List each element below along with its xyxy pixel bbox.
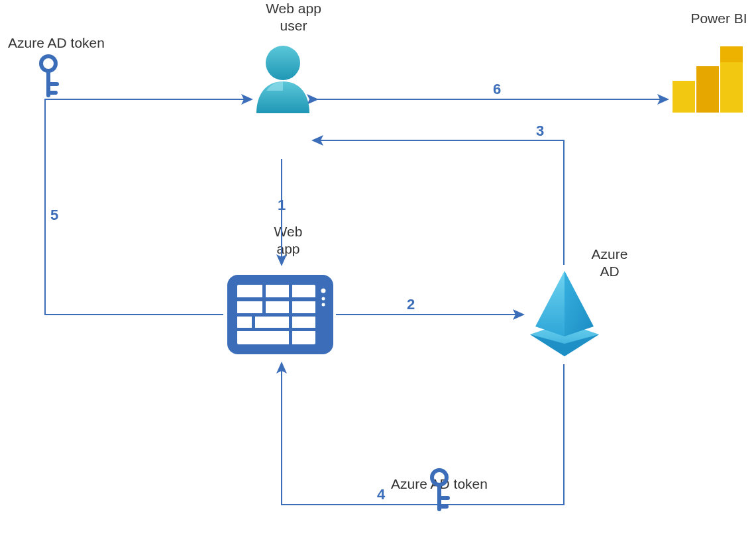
label-web-app: Web app (252, 223, 325, 258)
svg-point-17 (321, 289, 326, 293)
svg-point-24 (432, 470, 447, 485)
svg-marker-22 (535, 271, 565, 336)
step-number-5: 5 (50, 207, 58, 224)
step-number-6: 6 (493, 81, 501, 98)
azure-ad-icon (525, 267, 604, 362)
svg-rect-14 (262, 285, 266, 314)
arrow-step-5 (45, 99, 252, 315)
svg-rect-15 (289, 285, 292, 344)
step-number-1: 1 (278, 197, 286, 214)
svg-rect-16 (252, 313, 255, 329)
step-number-3: 3 (536, 123, 544, 140)
label-power-bi: Power BI (682, 10, 755, 27)
svg-marker-23 (565, 271, 594, 336)
svg-rect-4 (720, 46, 743, 62)
power-bi-icon (673, 40, 745, 119)
label-web-app-user: Web app user (241, 0, 347, 35)
key-icon (424, 468, 455, 517)
svg-rect-13 (237, 328, 315, 331)
svg-rect-2 (696, 66, 719, 113)
label-azure-ad-token-top: Azure AD token (8, 34, 105, 52)
svg-rect-12 (237, 313, 315, 317)
svg-point-0 (266, 46, 300, 80)
svg-point-5 (41, 56, 56, 71)
svg-point-18 (322, 297, 325, 301)
user-icon (254, 43, 312, 119)
svg-rect-1 (673, 81, 695, 113)
arrow-step-3 (313, 140, 564, 265)
svg-point-19 (322, 303, 325, 307)
step-number-2: 2 (407, 296, 415, 313)
key-icon (33, 54, 64, 103)
web-app-icon (225, 268, 335, 364)
step-number-4: 4 (377, 486, 385, 503)
svg-rect-11 (237, 297, 315, 301)
diagram-canvas: Web app user Power BI Azure AD token Web… (0, 0, 756, 545)
